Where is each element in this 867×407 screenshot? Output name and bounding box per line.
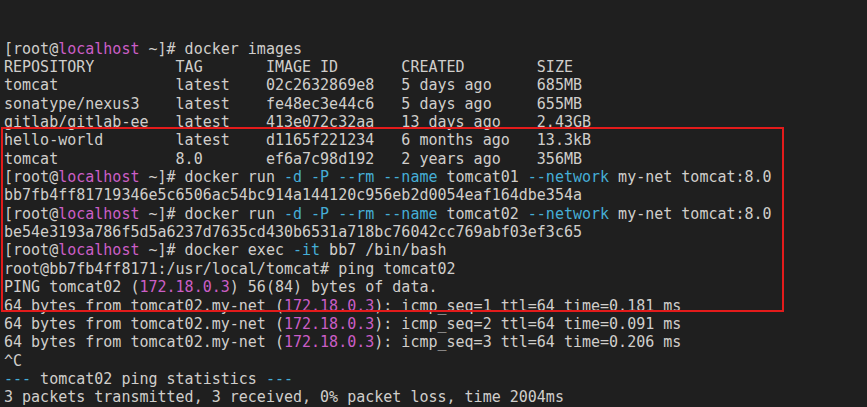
terminal-line: REPOSITORY TAG IMAGE ID CREATED SIZE xyxy=(4,58,867,76)
terminal-line: root@bb7fb4ff8171:/usr/local/tomcat# pin… xyxy=(4,260,867,278)
terminal-line: [root@localhost ~]# docker run -d -P --r… xyxy=(4,168,867,186)
terminal-text-segment xyxy=(302,168,311,186)
terminal-text-segment xyxy=(374,205,383,223)
terminal-text-segment: -P xyxy=(311,168,329,186)
terminal-text-segment: -it xyxy=(293,241,320,259)
terminal-text-segment: 172.18.0.3 xyxy=(284,297,374,315)
terminal-line: 3 packets transmitted, 3 received, 0% pa… xyxy=(4,388,867,406)
terminal-text-segment: --rm xyxy=(338,168,374,186)
terminal-text-segment: [root@ xyxy=(4,205,58,223)
terminal-text-segment: tomcat latest 02c2632869e8 5 days ago 68… xyxy=(4,76,582,94)
terminal-line: sonatype/nexus3 latest fe48ec3e44c6 5 da… xyxy=(4,95,867,113)
terminal-text-segment: bb7 /bin/bash xyxy=(320,241,446,259)
terminal-line: 64 bytes from tomcat02.my-net (172.18.0.… xyxy=(4,297,867,315)
terminal-text-segment: tomcat02 ping statistics xyxy=(31,370,266,388)
terminal-line: be54e3193a786f5d5a6237d7635cd430b6531a71… xyxy=(4,223,867,241)
terminal-text-segment: 64 bytes from tomcat02.my-net ( xyxy=(4,297,284,315)
terminal-text-segment: -P xyxy=(311,205,329,223)
terminal-text-segment: -d xyxy=(284,168,302,186)
terminal-text-segment: tomcat01 xyxy=(438,168,528,186)
terminal-line: ^C xyxy=(4,352,867,370)
terminal-text-segment: my-net tomcat:8.0 xyxy=(609,168,772,186)
terminal-text-segment: tomcat 8.0 ef6a7c98d192 2 years ago 356M… xyxy=(4,150,582,168)
terminal-text-segment: gitlab/gitlab-ee latest 413e072c32aa 13 … xyxy=(4,113,591,131)
terminal-line: [root@localhost ~]# docker images xyxy=(4,40,867,58)
terminal-text-segment: hello-world latest d1165f221234 6 months… xyxy=(4,131,591,149)
terminal-text-segment: be54e3193a786f5d5a6237d7635cd430b6531a71… xyxy=(4,223,582,241)
terminal-text-segment: --name xyxy=(383,168,437,186)
terminal-text-segment: ): icmp_seq=3 ttl=64 time=0.206 ms xyxy=(374,333,681,351)
terminal-text-segment xyxy=(302,205,311,223)
terminal-output: [root@localhost ~]# docker imagesREPOSIT… xyxy=(4,40,867,407)
terminal-text-segment xyxy=(329,205,338,223)
terminal-text-segment: --name xyxy=(383,205,437,223)
terminal-line: tomcat 8.0 ef6a7c98d192 2 years ago 356M… xyxy=(4,150,867,168)
terminal-text-segment: --- xyxy=(4,370,31,388)
terminal-text-segment: ) 56(84) bytes of data. xyxy=(230,278,438,296)
terminal-text-segment: ): icmp_seq=2 ttl=64 time=0.091 ms xyxy=(374,315,681,333)
terminal-text-segment: 172.18.0.3 xyxy=(139,278,229,296)
terminal-text-segment: sonatype/nexus3 latest fe48ec3e44c6 5 da… xyxy=(4,95,582,113)
terminal-text-segment: localhost xyxy=(58,241,139,259)
terminal-text-segment: bb7fb4ff81719346e5c6506ac54bc914a144120c… xyxy=(4,186,582,204)
terminal-line: --- tomcat02 ping statistics --- xyxy=(4,370,867,388)
terminal-text-segment: --network xyxy=(528,168,609,186)
terminal-text-segment: 64 bytes from tomcat02.my-net ( xyxy=(4,315,284,333)
terminal-text-segment: --- xyxy=(266,370,293,388)
terminal-text-segment: --network xyxy=(528,205,609,223)
terminal-line: PING tomcat02 (172.18.0.3) 56(84) bytes … xyxy=(4,278,867,296)
terminal-text-segment: ^C xyxy=(4,352,22,370)
terminal-text-segment: -d xyxy=(284,205,302,223)
terminal-line: bb7fb4ff81719346e5c6506ac54bc914a144120c… xyxy=(4,186,867,204)
terminal-text-segment: localhost xyxy=(58,168,139,186)
terminal-text-segment xyxy=(374,168,383,186)
terminal-line: hello-world latest d1165f221234 6 months… xyxy=(4,131,867,149)
terminal-line: tomcat latest 02c2632869e8 5 days ago 68… xyxy=(4,76,867,94)
terminal-text-segment: --rm xyxy=(338,205,374,223)
terminal-line: 64 bytes from tomcat02.my-net (172.18.0.… xyxy=(4,333,867,351)
terminal-line: gitlab/gitlab-ee latest 413e072c32aa 13 … xyxy=(4,113,867,131)
terminal-text-segment: 172.18.0.3 xyxy=(284,315,374,333)
terminal-text-segment: [root@ xyxy=(4,168,58,186)
terminal-text-segment: 172.18.0.3 xyxy=(284,333,374,351)
terminal-text-segment: root@bb7fb4ff8171:/usr/local/tomcat# pin… xyxy=(4,260,456,278)
terminal-text-segment: localhost xyxy=(58,205,139,223)
terminal-window[interactable]: [root@localhost ~]# docker imagesREPOSIT… xyxy=(0,0,867,407)
terminal-text-segment: ~]# docker run xyxy=(139,168,284,186)
terminal-text-segment: ~]# docker images xyxy=(139,40,302,58)
terminal-text-segment: localhost xyxy=(58,40,139,58)
terminal-text-segment: ): icmp_seq=1 ttl=64 time=0.181 ms xyxy=(374,297,681,315)
terminal-line: 64 bytes from tomcat02.my-net (172.18.0.… xyxy=(4,315,867,333)
terminal-text-segment: REPOSITORY TAG IMAGE ID CREATED SIZE xyxy=(4,58,573,76)
terminal-text-segment: [root@ xyxy=(4,241,58,259)
terminal-line: [root@localhost ~]# docker exec -it bb7 … xyxy=(4,241,867,259)
terminal-text-segment: ~]# docker run xyxy=(139,205,284,223)
terminal-text-segment: PING tomcat02 ( xyxy=(4,278,139,296)
terminal-line: [root@localhost ~]# docker run -d -P --r… xyxy=(4,205,867,223)
terminal-text-segment: my-net tomcat:8.0 xyxy=(609,205,772,223)
terminal-text-segment: [root@ xyxy=(4,40,58,58)
terminal-text-segment: tomcat02 xyxy=(438,205,528,223)
terminal-text-segment: 3 packets transmitted, 3 received, 0% pa… xyxy=(4,388,564,406)
terminal-text-segment: ~]# docker exec xyxy=(139,241,293,259)
terminal-text-segment xyxy=(329,168,338,186)
terminal-text-segment: 64 bytes from tomcat02.my-net ( xyxy=(4,333,284,351)
